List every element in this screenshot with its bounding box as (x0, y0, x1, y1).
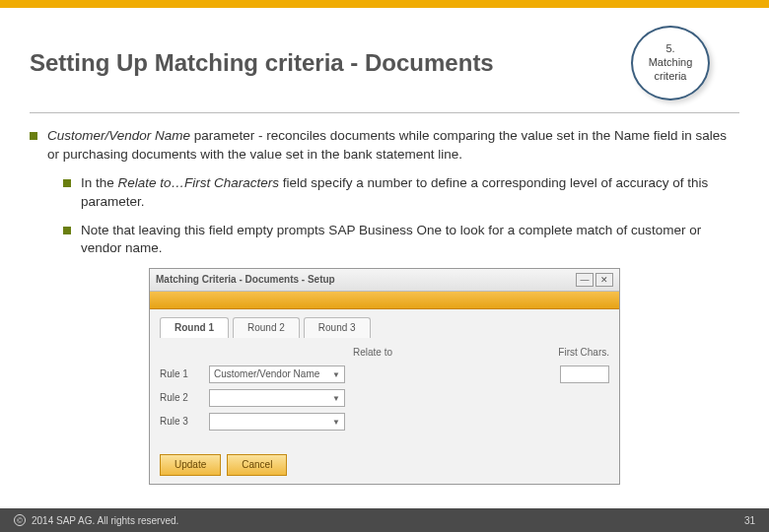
col-first-label: First Chars. (558, 346, 609, 360)
step-number: 5. (665, 42, 674, 56)
rule3-select[interactable]: ▼ (209, 413, 345, 431)
tab-round-2[interactable]: Round 2 (233, 317, 300, 338)
rule-row-1: Rule 1 Customer/Vendor Name ▼ (160, 366, 609, 383)
tab-round-3[interactable]: Round 3 (304, 317, 371, 338)
rule-row-2: Rule 2 ▼ (160, 389, 609, 407)
window-titlebar: Matching Criteria - Documents - Setup — … (150, 269, 619, 292)
window-body: Round 1 Round 2 Round 3 Relate to First … (150, 309, 619, 446)
header-row: Relate to First Chars. (160, 346, 609, 360)
divider (30, 112, 739, 113)
param-name: Customer/Vendor Name (47, 128, 190, 143)
rule2-select[interactable]: ▼ (209, 389, 345, 407)
rule-label: Rule 3 (160, 415, 201, 429)
chevron-down-icon: ▼ (332, 369, 340, 380)
chevron-down-icon: ▼ (332, 417, 340, 428)
chevron-down-icon: ▼ (332, 393, 340, 404)
bullet-main-text: Customer/Vendor Name parameter - reconci… (47, 127, 739, 165)
window-footer: Update Cancel (150, 446, 619, 484)
update-button[interactable]: Update (160, 454, 221, 476)
window-title: Matching Criteria - Documents - Setup (156, 273, 574, 287)
bullet-icon (63, 179, 71, 187)
bullet-sub2-text: Note that leaving this field empty promp… (81, 222, 739, 259)
bullet-icon (30, 132, 37, 140)
header: Setting Up Matching criteria - Documents… (0, 8, 769, 108)
rule-label: Rule 2 (160, 391, 201, 405)
content: Customer/Vendor Name parameter - reconci… (0, 127, 769, 485)
step-label-1: Matching (649, 56, 693, 70)
page-number: 31 (744, 515, 755, 526)
rule1-first-chars-input[interactable] (560, 366, 609, 383)
accent-bar (0, 0, 769, 8)
setup-window: Matching Criteria - Documents - Setup — … (149, 268, 620, 485)
rule-label: Rule 1 (160, 367, 201, 381)
bullet-icon (63, 227, 71, 234)
bullet-sub-2: Note that leaving this field empty promp… (63, 222, 739, 259)
cancel-button[interactable]: Cancel (227, 454, 287, 476)
footer: © 2014 SAP AG. All rights reserved. 31 (0, 508, 769, 532)
bullet-main: Customer/Vendor Name parameter - reconci… (30, 127, 739, 165)
col-relate-label: Relate to (353, 346, 452, 360)
window-toolbar (150, 292, 619, 309)
rule1-select[interactable]: Customer/Vendor Name ▼ (209, 366, 345, 383)
bullet-sub-1: In the Relate to…First Characters field … (63, 174, 739, 212)
rule1-value: Customer/Vendor Name (214, 367, 319, 381)
copyright-text: 2014 SAP AG. All rights reserved. (32, 515, 178, 526)
step-badge: 5. Matching criteria (631, 26, 710, 100)
close-button[interactable]: ✕ (595, 273, 613, 287)
minimize-button[interactable]: — (576, 273, 594, 287)
tabs: Round 1 Round 2 Round 3 (160, 317, 609, 338)
sub1-em: Relate to…First Characters (118, 175, 280, 190)
copyright-icon: © (14, 514, 26, 526)
step-label-2: criteria (654, 70, 686, 84)
page-title: Setting Up Matching criteria - Documents (30, 49, 631, 77)
tab-round-1[interactable]: Round 1 (160, 317, 229, 338)
rule-row-3: Rule 3 ▼ (160, 413, 609, 431)
sub1-prefix: In the (81, 175, 118, 190)
bullet-sub1-text: In the Relate to…First Characters field … (81, 174, 739, 212)
